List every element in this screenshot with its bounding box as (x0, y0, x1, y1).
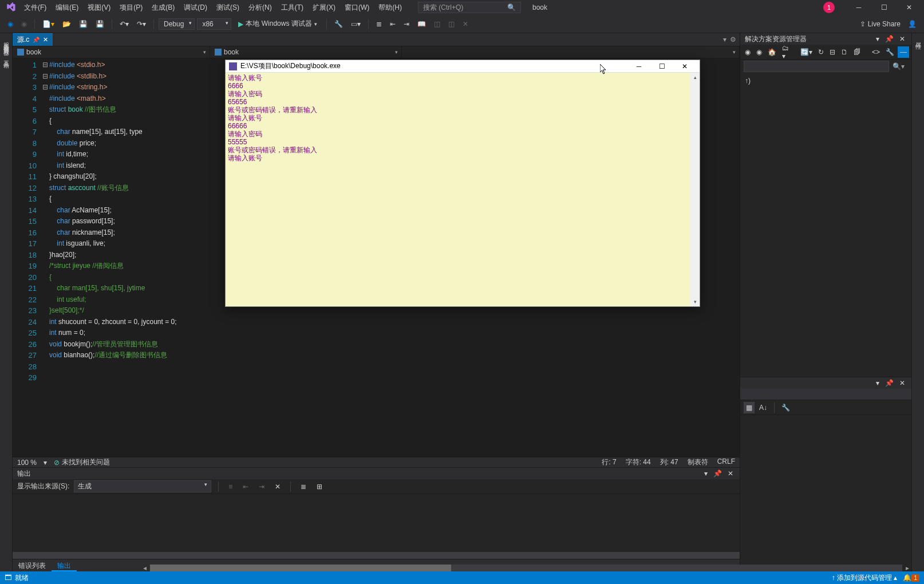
output-tb-2[interactable]: ⇤ (240, 481, 251, 492)
se-close-icon[interactable]: ✕ (898, 35, 907, 43)
output-tb-1[interactable]: ≡ (226, 481, 235, 492)
menu-item[interactable]: 项目(P) (115, 1, 147, 15)
se-refresh-icon[interactable]: ↻ (816, 46, 826, 58)
output-source-combo[interactable]: 生成 (74, 480, 211, 492)
tree-up-item[interactable]: ↑) (745, 76, 907, 86)
menu-item[interactable]: 编辑(E) (51, 1, 83, 15)
tb-icon-7[interactable]: ◫ (431, 18, 443, 30)
nav-project-combo[interactable]: book (13, 46, 210, 58)
se-dropdown-icon[interactable]: ▾ (874, 35, 881, 43)
solution-search-input[interactable] (744, 61, 889, 72)
server-explorer-tab[interactable]: 服务器资源管理器 (0, 33, 11, 52)
tb-icon-8[interactable]: ◫ (445, 18, 457, 30)
props-close-icon[interactable]: ✕ (898, 379, 907, 387)
console-close-button[interactable]: ✕ (673, 61, 696, 72)
scroll-up-icon[interactable]: ▴ (690, 73, 700, 82)
menu-item[interactable]: 调试(D) (179, 1, 212, 15)
new-project-button[interactable]: 📄▾ (40, 18, 57, 30)
live-share-button[interactable]: ⇪ Live Share (860, 20, 901, 28)
se-back-icon[interactable]: ◉ (743, 46, 753, 58)
nav-member-combo[interactable] (402, 46, 740, 58)
output-close-icon[interactable]: ✕ (726, 469, 735, 478)
menu-item[interactable]: 工具(T) (277, 1, 308, 15)
tb-icon-1[interactable]: 🔧 (331, 18, 346, 30)
close-tab-icon[interactable]: ✕ (43, 36, 48, 44)
se-wrench-icon[interactable]: 🔧 (883, 46, 897, 58)
se-view-icon[interactable]: — (898, 46, 909, 58)
output-tab[interactable]: 输出 (52, 559, 77, 571)
doc-tab-source[interactable]: 源.c 📌 ✕ (13, 33, 53, 46)
se-collapse-icon[interactable]: ⊟ (827, 46, 838, 58)
tab-dropdown-icon[interactable]: ▾ (723, 35, 726, 44)
menu-item[interactable]: 扩展(X) (308, 1, 340, 15)
menu-item[interactable]: 测试(S) (212, 1, 244, 15)
output-tb-3[interactable]: ⇥ (256, 481, 267, 492)
forward-button[interactable]: ◉ (18, 18, 30, 30)
menu-item[interactable]: 帮助(H) (374, 1, 406, 15)
add-source-control[interactable]: ↑ 添加到源代码管理 ▴ (832, 573, 898, 583)
se-sync-icon[interactable]: 🔄▾ (798, 46, 815, 58)
se-home-icon[interactable]: 🏠 (765, 46, 779, 58)
tb-icon-9[interactable]: ✕ (460, 18, 471, 30)
platform-combo[interactable]: x86 (197, 18, 231, 30)
console-titlebar[interactable]: E:\VS项目\book\Debug\book.exe ─ ☐ ✕ (226, 60, 700, 73)
close-button[interactable]: ✕ (897, 0, 922, 15)
props-cat-icon[interactable]: ▦ (744, 402, 755, 413)
console-body[interactable]: 请输入账号6666请输入密码65656账号或密码错误，请重新输入请输入账号666… (226, 73, 700, 306)
toolbox-tab[interactable]: 工具箱 (0, 52, 11, 64)
output-pin-icon[interactable]: 📌 (712, 469, 724, 478)
props-az-icon[interactable]: A↓ (757, 402, 769, 413)
props-pin-icon[interactable]: 📌 (883, 379, 895, 387)
output-tb-5[interactable]: ≣ (298, 481, 309, 492)
menu-item[interactable]: 视图(V) (83, 1, 115, 15)
props-dropdown-icon[interactable]: ▾ (874, 379, 881, 387)
fold-gutter[interactable]: ⊟⊟⊟ (41, 58, 49, 457)
tb-icon-5[interactable]: ⇥ (401, 18, 412, 30)
output-body[interactable] (13, 494, 740, 552)
save-all-button[interactable]: 💾 (93, 18, 107, 30)
user-avatar[interactable]: 1 (823, 2, 835, 13)
se-showall-icon[interactable]: 🗋 (839, 46, 850, 58)
console-scrollbar[interactable]: ▴ ▾ (690, 73, 700, 306)
console-maximize-button[interactable]: ☐ (650, 61, 673, 72)
issues-text[interactable]: 未找到相关问题 (62, 457, 110, 467)
error-list-tab[interactable]: 错误列表 (13, 559, 52, 571)
feedback-button[interactable]: 👤 (905, 18, 919, 30)
undo-button[interactable]: ↶▾ (117, 18, 132, 30)
se-solution-icon[interactable]: 🗂▾ (780, 42, 791, 62)
props-wrench-icon[interactable]: 🔧 (779, 402, 792, 413)
quick-search-box[interactable]: 搜索 (Ctrl+Q) 🔍 (418, 2, 521, 13)
tab-settings-icon[interactable]: ⚙ (730, 35, 736, 44)
save-button[interactable]: 💾 (76, 18, 90, 30)
properties-tab-vert[interactable]: 属性 (912, 33, 923, 45)
se-copy-icon[interactable]: 🗐 (851, 46, 863, 58)
menu-item[interactable]: 生成(B) (147, 1, 179, 15)
maximize-button[interactable]: ☐ (871, 0, 897, 15)
redo-button[interactable]: ↷▾ (134, 18, 149, 30)
menu-item[interactable]: 分析(N) (244, 1, 277, 15)
config-combo[interactable]: Debug (159, 18, 195, 30)
tb-icon-4[interactable]: ⇤ (387, 18, 398, 30)
minimize-button[interactable]: ─ (846, 0, 871, 15)
menu-item[interactable]: 文件(F) (19, 1, 51, 15)
output-hscrollbar[interactable] (13, 552, 740, 559)
scroll-down-icon[interactable]: ▾ (690, 297, 700, 306)
se-code-icon[interactable]: <> (870, 46, 882, 58)
tb-icon-6[interactable]: 📖 (414, 18, 429, 30)
solution-tree[interactable]: ↑) (740, 73, 911, 377)
start-debug-button[interactable]: ▶ 本地 Windows 调试器 ▾ (234, 18, 321, 30)
notifications-button[interactable]: 🔔1 (903, 574, 919, 582)
output-tb-4[interactable]: ✕ (272, 481, 283, 492)
pin-icon[interactable]: 📌 (33, 37, 40, 43)
back-button[interactable]: ◉ (5, 18, 16, 30)
zoom-level[interactable]: 100 % (17, 459, 37, 467)
se-search-icon[interactable]: 🔍▾ (889, 62, 908, 70)
tb-icon-3[interactable]: ≣ (373, 18, 385, 30)
tb-icon-2[interactable]: ▭▾ (348, 18, 364, 30)
nav-scope-combo[interactable]: book (210, 46, 402, 58)
properties-object-combo[interactable] (740, 389, 911, 400)
console-minimize-button[interactable]: ─ (627, 61, 650, 72)
open-file-button[interactable]: 📂 (60, 18, 74, 30)
output-dropdown-icon[interactable]: ▾ (702, 469, 709, 478)
se-pin-icon[interactable]: 📌 (883, 35, 895, 43)
